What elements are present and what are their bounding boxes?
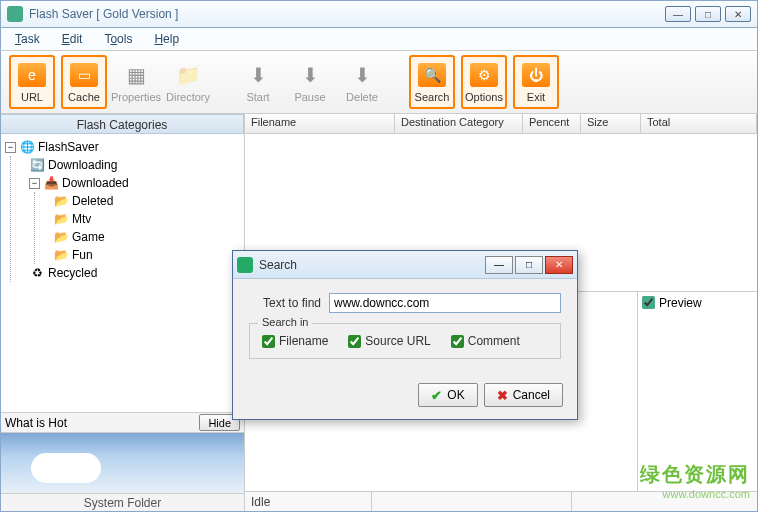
toolbar-exit[interactable]: ⏻Exit bbox=[513, 55, 559, 109]
menubar: Task Edit Tools Help bbox=[0, 28, 758, 50]
menu-task[interactable]: Task bbox=[5, 30, 50, 48]
preview-checkbox[interactable] bbox=[642, 296, 655, 309]
text-to-find-label: Text to find bbox=[249, 296, 321, 310]
minimize-button[interactable]: — bbox=[665, 6, 691, 22]
search-dialog: Search — □ ✕ Text to find Search in File… bbox=[232, 250, 578, 420]
tree-toggle-icon[interactable]: − bbox=[29, 178, 40, 189]
toolbar-directory[interactable]: 📁Directory bbox=[165, 55, 211, 109]
tree-root[interactable]: −🌐FlashSaver bbox=[5, 138, 240, 156]
preview-label: Preview bbox=[659, 296, 702, 310]
dialog-title: Search bbox=[259, 258, 485, 272]
hot-title: What is Hot bbox=[5, 416, 67, 430]
table-header: Filename Destination Category Pencent Si… bbox=[245, 114, 757, 134]
col-pencent[interactable]: Pencent bbox=[523, 114, 581, 133]
toolbar-url[interactable]: eURL bbox=[9, 55, 55, 109]
tree-cat-deleted[interactable]: 📂Deleted bbox=[53, 192, 240, 210]
check-source-url[interactable]: Source URL bbox=[348, 334, 430, 348]
tree-downloaded[interactable]: −📥Downloaded bbox=[29, 174, 240, 192]
menu-tools[interactable]: Tools bbox=[94, 30, 142, 48]
hot-image bbox=[1, 433, 244, 493]
window-controls: — □ ✕ bbox=[665, 6, 751, 22]
titlebar: Flash Saver [ Gold Version ] — □ ✕ bbox=[0, 0, 758, 28]
ok-button[interactable]: ✔OK bbox=[418, 383, 477, 407]
toolbar-start[interactable]: ⬇Start bbox=[235, 55, 281, 109]
menu-edit[interactable]: Edit bbox=[52, 30, 93, 48]
text-to-find-input[interactable] bbox=[329, 293, 561, 313]
dialog-icon bbox=[237, 257, 253, 273]
cancel-button[interactable]: ✖Cancel bbox=[484, 383, 563, 407]
dialog-close[interactable]: ✕ bbox=[545, 256, 573, 274]
folder-icon: 📂 bbox=[53, 212, 69, 226]
close-button[interactable]: ✕ bbox=[725, 6, 751, 22]
col-dest[interactable]: Destination Category bbox=[395, 114, 523, 133]
col-size[interactable]: Size bbox=[581, 114, 641, 133]
menu-help[interactable]: Help bbox=[144, 30, 189, 48]
folder-icon: 📂 bbox=[53, 194, 69, 208]
check-filename[interactable]: Filename bbox=[262, 334, 328, 348]
tree-toggle-icon[interactable]: − bbox=[5, 142, 16, 153]
hot-footer: System Folder bbox=[1, 493, 244, 511]
recycle-icon: ♻ bbox=[29, 266, 45, 280]
col-total[interactable]: Total bbox=[641, 114, 757, 133]
tree-recycled[interactable]: ♻Recycled bbox=[29, 264, 240, 282]
toolbar-pause[interactable]: ⬇Pause bbox=[287, 55, 333, 109]
maximize-button[interactable]: □ bbox=[695, 6, 721, 22]
toolbar-delete[interactable]: ⬇Delete bbox=[339, 55, 385, 109]
toolbar-cache[interactable]: ▭Cache bbox=[61, 55, 107, 109]
sidebar-header: Flash Categories bbox=[1, 114, 244, 134]
search-in-fieldset: Search in Filename Source URL Comment bbox=[249, 323, 561, 359]
tree[interactable]: −🌐FlashSaver 🔄Downloading −📥Downloaded 📂… bbox=[1, 134, 244, 412]
tree-cat-mtv[interactable]: 📂Mtv bbox=[53, 210, 240, 228]
window-title: Flash Saver [ Gold Version ] bbox=[29, 7, 665, 21]
flash-icon: 🌐 bbox=[19, 140, 35, 154]
app-icon bbox=[7, 6, 23, 22]
toolbar-properties[interactable]: ▦Properties bbox=[113, 55, 159, 109]
search-in-legend: Search in bbox=[258, 316, 312, 328]
sidebar: Flash Categories −🌐FlashSaver 🔄Downloadi… bbox=[1, 114, 245, 511]
folder-icon: 📂 bbox=[53, 248, 69, 262]
downloading-icon: 🔄 bbox=[29, 158, 45, 172]
tree-cat-fun[interactable]: 📂Fun bbox=[53, 246, 240, 264]
dialog-maximize[interactable]: □ bbox=[515, 256, 543, 274]
preview-pane: Preview bbox=[637, 292, 757, 491]
x-icon: ✖ bbox=[497, 388, 508, 403]
toolbar-options[interactable]: ⚙Options bbox=[461, 55, 507, 109]
dialog-titlebar[interactable]: Search — □ ✕ bbox=[233, 251, 577, 279]
check-icon: ✔ bbox=[431, 388, 442, 403]
folder-icon: 📂 bbox=[53, 230, 69, 244]
statusbar: Idle bbox=[245, 491, 757, 511]
toolbar-search[interactable]: 🔍Search bbox=[409, 55, 455, 109]
status-idle: Idle bbox=[251, 495, 270, 509]
downloaded-icon: 📥 bbox=[43, 176, 59, 190]
toolbar: eURL ▭Cache ▦Properties 📁Directory ⬇Star… bbox=[0, 50, 758, 114]
tree-cat-game[interactable]: 📂Game bbox=[53, 228, 240, 246]
dialog-minimize[interactable]: — bbox=[485, 256, 513, 274]
tree-downloading[interactable]: 🔄Downloading bbox=[29, 156, 240, 174]
col-filename[interactable]: Filename bbox=[245, 114, 395, 133]
hot-panel: What is Hot Hide System Folder bbox=[1, 412, 244, 511]
check-comment[interactable]: Comment bbox=[451, 334, 520, 348]
